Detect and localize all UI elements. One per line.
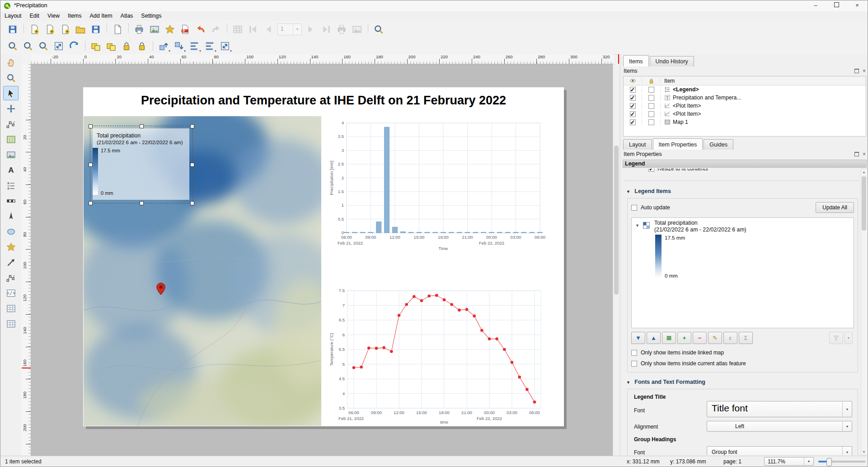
separator[interactable]: ▼ xyxy=(105,22,108,34)
tab-undo-history[interactable]: Undo History xyxy=(650,56,694,66)
pan-tool[interactable] xyxy=(3,55,19,70)
canvas-vertical-scrollbar[interactable] xyxy=(613,64,619,456)
export-as-pdf-button[interactable]: ▼ xyxy=(178,22,192,37)
menu-layout[interactable]: Layout xyxy=(0,11,26,20)
layout-item-map[interactable]: Map 1 xyxy=(624,118,866,126)
zoom-in-button[interactable]: ▼ xyxy=(5,39,20,53)
close-panel-icon[interactable]: × xyxy=(863,68,866,74)
resize-to-fit-checkbox[interactable] xyxy=(648,169,654,172)
scroll-down-icon[interactable]: ▼ xyxy=(861,449,867,455)
undo-button[interactable]: ▼ xyxy=(193,22,208,37)
add-label-tool[interactable] xyxy=(3,163,19,177)
add-html-tool[interactable] xyxy=(3,286,19,300)
add-legend-tool[interactable] xyxy=(3,178,19,193)
visibility-checkbox[interactable] xyxy=(630,119,636,125)
save-as-template-button[interactable]: ▼ xyxy=(89,22,103,37)
zoom-tool[interactable] xyxy=(3,71,19,85)
tree-expander-icon[interactable]: ▼ xyxy=(635,223,639,228)
add-group-button[interactable]: ⊞ xyxy=(662,332,676,344)
selection-handle[interactable] xyxy=(89,201,93,205)
visibility-checkbox[interactable] xyxy=(630,111,636,117)
selection-handle[interactable] xyxy=(89,163,93,167)
collapse-triangle-icon[interactable]: ▼ xyxy=(626,380,630,385)
add-scalebar-tool[interactable] xyxy=(3,193,19,208)
zoom-actual-button[interactable]: ▼ xyxy=(36,39,51,53)
visibility-checkbox[interactable] xyxy=(630,87,636,93)
add-attribute-table-tool[interactable] xyxy=(3,301,19,316)
selection-handle[interactable] xyxy=(140,124,144,128)
menu-atlas[interactable]: Atlas xyxy=(117,11,137,20)
tab-guides[interactable]: Guides xyxy=(704,139,733,150)
zoom-level-combo[interactable]: 111.7% ▼ xyxy=(764,457,814,466)
scrollbar-thumb[interactable] xyxy=(862,176,866,231)
scrollbar-thumb[interactable] xyxy=(614,146,619,295)
group-font-dropdown[interactable]: Group font ▼ xyxy=(707,446,852,455)
lock-checkbox[interactable] xyxy=(648,119,654,125)
legend-item-down-button[interactable]: ▼ xyxy=(631,332,645,344)
separator[interactable]: ▼ xyxy=(22,22,25,34)
unlock-items-button[interactable]: ▼ xyxy=(135,39,149,53)
filter-legend-button[interactable] xyxy=(829,332,843,344)
auto-update-checkbox[interactable] xyxy=(631,205,637,211)
export-as-image-button[interactable]: ▼ xyxy=(147,22,162,37)
separator[interactable]: ▼ xyxy=(127,22,130,34)
first-feature-button[interactable]: ▼ xyxy=(246,22,260,37)
ungroup-items-button[interactable]: ▼ xyxy=(104,39,118,53)
filter-expression-dropdown[interactable]: ▼ xyxy=(845,332,853,344)
close-panel-icon[interactable]: × xyxy=(863,151,866,157)
menu-view[interactable]: View xyxy=(43,11,64,20)
export-atlas-button[interactable]: ▼ xyxy=(350,22,364,37)
properties-scrollbar[interactable]: ▲ ▼ xyxy=(861,169,868,455)
duplicate-layout-button[interactable]: ▼ xyxy=(42,22,57,37)
selection-handle[interactable] xyxy=(190,163,194,167)
add-map-tool[interactable] xyxy=(3,132,19,146)
update-all-button[interactable]: Update All xyxy=(816,202,854,213)
add-arrow-tool[interactable] xyxy=(3,255,19,269)
visibility-checkbox[interactable] xyxy=(630,103,636,109)
layout-manager-button[interactable]: ▼ xyxy=(58,22,72,37)
menu-edit[interactable]: Edit xyxy=(26,11,44,20)
separator[interactable]: ▼ xyxy=(225,22,229,34)
collapse-triangle-icon[interactable]: ▼ xyxy=(626,189,630,194)
temperature-plot-item[interactable]: 3.544.555.566.577.506:0009:0012:0015:001… xyxy=(328,284,548,425)
menu-add-item[interactable]: Add Item xyxy=(86,11,117,20)
distribute-items-button[interactable]: ▼ xyxy=(202,39,217,53)
add-north-arrow-tool[interactable] xyxy=(3,209,19,223)
count-features-button[interactable]: Σ xyxy=(739,332,753,344)
atlas-settings-button[interactable]: ▼ xyxy=(371,22,386,37)
title-font-dropdown[interactable]: Title font ▼ xyxy=(707,401,852,417)
layout-item-plot-1[interactable]: <Plot Item> xyxy=(624,102,866,110)
remove-legend-item-button[interactable]: − xyxy=(693,332,707,344)
raise-items-button[interactable]: ▼ xyxy=(156,39,171,53)
layout-canvas[interactable]: Precipitation and Temperature at IHE Del… xyxy=(31,64,613,456)
map-item[interactable]: Total precipitation (21/02/2022 6 am - 2… xyxy=(84,116,321,426)
redo-button[interactable]: ▼ xyxy=(209,22,223,37)
separator[interactable]: ▼ xyxy=(151,40,155,52)
add-picture-tool[interactable] xyxy=(3,147,19,162)
selection-handle[interactable] xyxy=(89,124,93,128)
scroll-up-icon[interactable]: ▲ xyxy=(861,169,867,175)
selection-handle[interactable] xyxy=(190,124,194,128)
close-button[interactable]: × xyxy=(847,0,868,11)
align-items-button[interactable]: ▼ xyxy=(187,39,202,53)
new-layout-button[interactable]: ▼ xyxy=(27,22,42,37)
tab-item-properties[interactable]: Item Properties xyxy=(653,138,703,150)
lower-items-button[interactable]: ▼ xyxy=(172,39,186,53)
add-node-item-tool[interactable] xyxy=(3,270,19,285)
add-shape-tool[interactable] xyxy=(3,224,19,239)
edit-legend-item-button[interactable]: ✎ xyxy=(708,332,722,344)
separator[interactable]: ▼ xyxy=(366,22,370,34)
only-atlas-feature-checkbox[interactable] xyxy=(631,361,637,367)
only-linked-map-checkbox[interactable] xyxy=(631,350,637,356)
menu-settings[interactable]: Settings xyxy=(137,11,165,20)
next-feature-button[interactable]: ▼ xyxy=(304,22,318,37)
group-items-button[interactable]: ▼ xyxy=(89,39,103,53)
print-atlas-button[interactable]: ▼ xyxy=(334,22,349,37)
visibility-checkbox[interactable] xyxy=(630,95,636,101)
add-marker-tool[interactable] xyxy=(3,240,19,254)
tab-items[interactable]: Items xyxy=(623,55,649,66)
zoom-slider-handle[interactable] xyxy=(826,458,832,466)
previous-feature-button[interactable]: ▼ xyxy=(261,22,276,37)
minimize-button[interactable]: – xyxy=(805,0,826,11)
print-layout-button[interactable]: ▼ xyxy=(132,22,146,37)
